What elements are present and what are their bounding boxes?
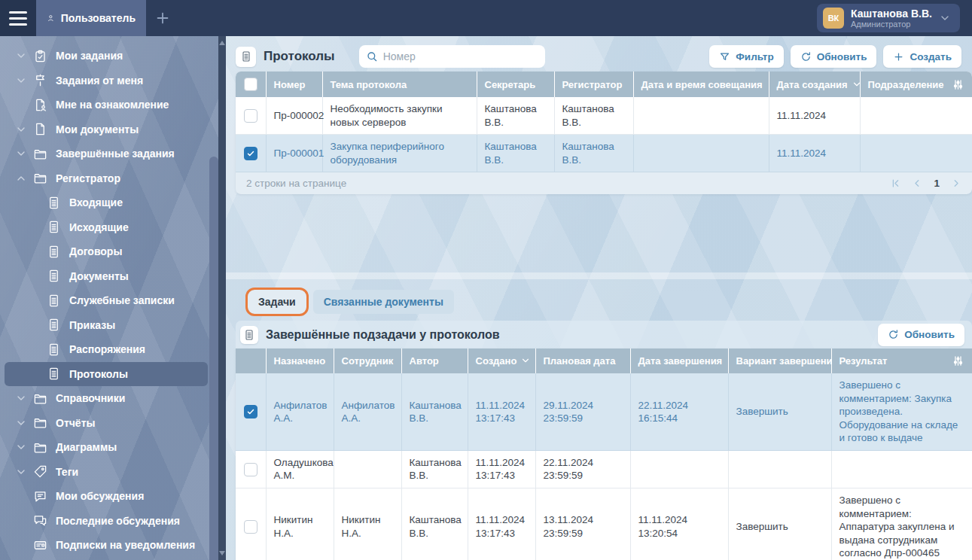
filter-button[interactable]: Фильтр (709, 45, 783, 68)
column-header-topic[interactable]: Тема протокола (322, 72, 477, 97)
cell-registrar: Каштанова В.В. (554, 135, 633, 172)
column-header-created[interactable]: Создано (468, 348, 535, 373)
sidebar-scrollbar-track[interactable] (218, 36, 226, 560)
column-header-plan-date[interactable]: Плановая дата (535, 348, 630, 373)
column-header-finish-variant[interactable]: Вариант завершения (728, 348, 831, 373)
chevron-down-icon (15, 417, 27, 429)
main-content: Протоколы Фильтр Обновить Создать (226, 36, 972, 560)
table-row[interactable]: Пр-000001 Закупка периферийного оборудов… (236, 135, 972, 172)
cell-meeting-datetime (633, 97, 769, 135)
sidebar-item-label: Мои обсуждения (56, 490, 144, 502)
cell-finish-variant (728, 450, 831, 488)
cell-topic: Необходимость закупки новых серверов (322, 97, 477, 135)
cell-employee: Анфилатов А.А. (334, 373, 401, 450)
sidebar-item-label: Отчёты (56, 417, 95, 429)
user-menu[interactable]: ВК Каштанова В.В. Администратор (817, 4, 960, 32)
subtasks-panel-header: Завершённые подзадачи у протоколов Обнов… (236, 321, 972, 348)
comments-icon (33, 513, 47, 528)
folder-icon (33, 171, 47, 185)
column-settings-icon[interactable] (952, 355, 964, 367)
row-checkbox[interactable] (244, 405, 257, 418)
sidebar-item-my-tasks[interactable]: Мои задания (5, 44, 208, 68)
table-row[interactable]: Анфилатов А.А. Анфилатов А.А. Каштанова … (236, 373, 972, 450)
cell-department (860, 135, 972, 172)
hamburger-menu-button[interactable] (0, 0, 36, 36)
column-header-meeting-datetime[interactable]: Дата и время совещания (633, 72, 769, 97)
sidebar-item-tasks-from-me[interactable]: Задания от меня (5, 68, 208, 93)
column-header-department[interactable]: Подразделение (860, 72, 972, 97)
sidebar-item-label: Мои документы (56, 123, 139, 135)
sidebar-item-diagrams[interactable]: Диаграммы (5, 435, 208, 460)
row-checkbox[interactable] (244, 520, 257, 534)
tab-user[interactable]: Пользователь (36, 0, 146, 36)
column-header-employee[interactable]: Сотрудник (334, 348, 401, 373)
sidebar-item-incoming[interactable]: Входящие (5, 190, 208, 215)
column-header-registrar[interactable]: Регистратор (554, 72, 633, 97)
cell-plan-date: 22.11.2024 23:59:59 (535, 450, 630, 488)
scroll-up-arrow[interactable] (219, 41, 225, 45)
sidebar-item-finished-tasks[interactable]: Завершённые задания (5, 142, 208, 166)
select-all-checkbox[interactable] (244, 78, 257, 91)
refresh-button[interactable]: Обновить (791, 45, 877, 68)
cell-number: Пр-000002 (266, 97, 322, 135)
column-header-created[interactable]: Дата создания (769, 72, 860, 97)
column-header-author[interactable]: Автор (401, 348, 468, 373)
sidebar-item-label: Распоряжения (69, 343, 145, 355)
plus-icon (154, 10, 171, 26)
sidebar-item-label: Завершённые задания (56, 148, 175, 160)
column-header-number[interactable]: Номер (266, 72, 322, 97)
table-row[interactable]: Никитин Н.А. Никитин Н.А. Каштанова В.В.… (236, 488, 972, 560)
sidebar-scrollbar-thumb[interactable] (209, 157, 218, 560)
first-page-button[interactable] (890, 178, 901, 189)
sidebar-item-recent-discussions[interactable]: Последние обсуждения (5, 509, 208, 534)
sidebar-item-documents[interactable]: Документы (5, 264, 208, 289)
protocols-panel-icon (236, 47, 256, 67)
sidebar-item-directories[interactable]: Справочники (5, 386, 208, 411)
column-header-assigned[interactable]: Назначено (266, 348, 334, 373)
column-header-result[interactable]: Результат (831, 348, 972, 373)
sidebar-item-directives[interactable]: Распоряжения (5, 337, 208, 362)
sidebar-item-reports[interactable]: Отчёты (5, 411, 208, 436)
cell-author: Каштанова В.В. (401, 373, 468, 450)
sidebar-item-orders[interactable]: Приказы (5, 313, 208, 338)
chevron-down-icon (15, 392, 27, 404)
sidebar-item-registrar[interactable]: Регистратор (5, 166, 208, 191)
sidebar-item-my-discussions[interactable]: Мои обсуждения (5, 484, 208, 509)
pane-divider[interactable] (226, 272, 972, 279)
clipboard-icon (33, 49, 47, 63)
sidebar-item-memos[interactable]: Служебные записки (5, 288, 208, 313)
sidebar-item-for-review[interactable]: Мне на ознакомление (5, 93, 208, 117)
row-checkbox[interactable] (244, 463, 257, 476)
table-row[interactable]: Пр-000002 Необходимость закупки новых се… (236, 97, 972, 135)
cell-topic: Закупка периферийного оборудования (322, 135, 477, 172)
sidebar-item-contracts[interactable]: Договоры (5, 239, 208, 264)
tab-related-documents[interactable]: Связанные документы (313, 290, 454, 314)
search-input[interactable] (359, 45, 545, 68)
page-title: Протоколы (264, 49, 335, 64)
subtasks-header-row: Назначено Сотрудник Автор Создано Планов… (236, 348, 972, 373)
column-settings-icon[interactable] (952, 78, 964, 91)
sidebar-item-protocols[interactable]: Протоколы (5, 362, 208, 387)
next-page-button[interactable] (950, 178, 961, 189)
sidebar-item-my-documents[interactable]: Мои документы (5, 117, 208, 142)
subtasks-refresh-button[interactable]: Обновить (878, 324, 964, 346)
flag-icon (33, 73, 47, 87)
column-header-secretary[interactable]: Секретарь (477, 72, 554, 97)
cell-result (831, 450, 972, 488)
sidebar-item-label: Договоры (69, 245, 122, 257)
sidebar-item-tags[interactable]: Теги (5, 460, 208, 485)
tab-tasks[interactable]: Задачи (248, 290, 306, 314)
column-header-finish-date[interactable]: Дата завершения (630, 348, 728, 373)
sidebar-item-outgoing[interactable]: Исходящие (5, 215, 208, 240)
sidebar-item-notification-subscriptions[interactable]: Подписки на уведомления (5, 533, 208, 558)
scroll-down-arrow[interactable] (219, 551, 225, 555)
row-checkbox[interactable] (244, 109, 257, 123)
user-role: Администратор (851, 20, 932, 29)
create-button[interactable]: Создать (883, 45, 961, 68)
check-icon (246, 407, 255, 416)
new-tab-button[interactable] (146, 0, 179, 36)
table-row[interactable]: Оладушкова А.М. Каштанова В.В. 11.11.202… (236, 450, 972, 488)
prev-page-button[interactable] (912, 178, 923, 189)
row-checkbox[interactable] (244, 147, 257, 160)
protocols-table: Номер Тема протокола Секретарь Регистрат… (236, 72, 972, 194)
